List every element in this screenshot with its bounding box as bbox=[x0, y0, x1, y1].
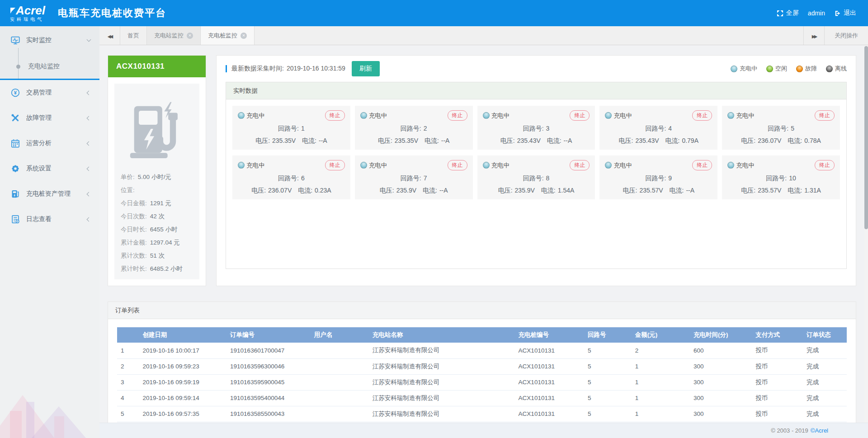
close-operations-button[interactable]: 关闭操作 bbox=[824, 26, 868, 45]
stop-charging-button[interactable]: 终止 bbox=[692, 110, 712, 121]
sidebar-item-realtime-monitor[interactable]: 实时监控 bbox=[0, 26, 99, 54]
footer-bar: © 2003 - 2019 ©Acrel bbox=[99, 423, 868, 438]
table-row[interactable]: 5 2019-10-16 09:57:35 1910163585500043 江… bbox=[117, 406, 847, 422]
chevron-left-icon bbox=[87, 116, 91, 120]
voltage-current-line: 电压:235.43V 电流:0.79A bbox=[605, 137, 712, 145]
stop-charging-button[interactable]: 终止 bbox=[692, 160, 712, 170]
circuit-card: 充电中 终止 回路号:9 电压:235.57V 电流:--A bbox=[599, 155, 717, 199]
calendar-icon bbox=[11, 139, 20, 148]
stop-charging-button[interactable]: 终止 bbox=[570, 110, 590, 121]
top-header-bar: Acrel 安科瑞电气 电瓶车充电桩收费平台 全屏 admin 退出 bbox=[0, 0, 868, 26]
user-menu[interactable]: admin bbox=[808, 9, 825, 17]
table-row[interactable]: 3 2019-10-16 09:59:19 1910163595900045 江… bbox=[117, 374, 847, 390]
tab-station-monitor[interactable]: 充电站监控 bbox=[147, 26, 201, 45]
close-tab-icon[interactable] bbox=[187, 33, 193, 39]
vertical-scrollbar[interactable] bbox=[864, 45, 868, 423]
circuit-card: 充电中 终止 回路号:1 电压:235.35V 电流:--A bbox=[232, 106, 350, 150]
chevron-left-icon bbox=[87, 166, 91, 171]
sidebar-section-realtime: 实时监控 充电站监控 bbox=[0, 26, 99, 80]
orders-table: 创建日期订单编号用户名充电站名称充电桩编号回路号金额(元)充电时间(分)支付方式… bbox=[117, 327, 847, 422]
legend-item: 离线 bbox=[826, 65, 847, 73]
monitor-icon bbox=[11, 36, 20, 45]
table-row[interactable]: 4 2019-10-16 09:59:14 1910163595400044 江… bbox=[117, 390, 847, 406]
orders-rows: 1 2019-10-16 10:00:17 1910163601700047 江… bbox=[117, 343, 847, 422]
column-header: 充电时间(分) bbox=[690, 327, 752, 343]
pile-stat-row: 今日次数:42 次 bbox=[121, 210, 193, 223]
double-left-arrow-icon bbox=[108, 32, 112, 40]
svg-text:¥: ¥ bbox=[14, 90, 17, 95]
circuit-number-line: 回路号:2 bbox=[360, 125, 467, 133]
circuit-status-label: 充电中 bbox=[736, 161, 755, 170]
stop-charging-button[interactable]: 终止 bbox=[570, 160, 590, 170]
tools-icon bbox=[11, 113, 20, 122]
circuit-status-label: 充电中 bbox=[246, 161, 265, 170]
sidebar-item-settings[interactable]: 系统设置 bbox=[0, 156, 99, 181]
charging-status-sphere-icon bbox=[360, 112, 367, 119]
voltage-current-line: 电压:235.9V 电流:--A bbox=[360, 187, 467, 195]
sidebar-item-transactions[interactable]: ¥ 交易管理 bbox=[0, 80, 99, 105]
voltage-current-line: 电压:235.57V 电流:1.31A bbox=[727, 187, 835, 195]
fullscreen-button[interactable]: 全屏 bbox=[777, 9, 799, 17]
charging-status-sphere-icon bbox=[238, 162, 245, 169]
pile-info-panel: ACX1010131 bbox=[108, 55, 206, 286]
status-sphere-icon bbox=[731, 66, 737, 72]
pile-stat-row: 累计金额:1297.04 元 bbox=[121, 236, 193, 249]
stop-charging-button[interactable]: 终止 bbox=[325, 110, 345, 121]
circuit-status-label: 充电中 bbox=[736, 112, 755, 120]
circuit-status-label: 充电中 bbox=[246, 112, 265, 120]
pile-stat-row: 位置: bbox=[121, 184, 193, 197]
sidebar-nav: 实时监控 充电站监控 ¥ 交易管理 故障管理 bbox=[0, 26, 99, 438]
tabs-scroll-right-button[interactable] bbox=[803, 26, 824, 45]
circuit-status-label: 充电中 bbox=[613, 161, 632, 170]
tab-pile-monitor[interactable]: 充电桩监控 bbox=[201, 26, 255, 45]
charging-status-sphere-icon bbox=[605, 112, 612, 119]
stop-charging-button[interactable]: 终止 bbox=[815, 110, 835, 121]
sidebar-item-analytics[interactable]: 运营分析 bbox=[0, 131, 99, 156]
charging-status-sphere-icon bbox=[727, 112, 734, 119]
stop-charging-button[interactable]: 终止 bbox=[448, 160, 467, 170]
charging-status-sphere-icon bbox=[483, 112, 490, 119]
charging-status-sphere-icon bbox=[238, 112, 245, 119]
circuit-card: 充电中 终止 回路号:10 电压:235.57V 电流:1.31A bbox=[722, 155, 840, 199]
tabs-scroll-left-button[interactable] bbox=[99, 26, 120, 45]
circuit-status-label: 充电中 bbox=[369, 161, 387, 170]
app-window: Acrel 安科瑞电气 电瓶车充电桩收费平台 全屏 admin 退出 bbox=[0, 0, 868, 438]
close-tab-icon[interactable] bbox=[241, 33, 247, 39]
column-header: 金额(元) bbox=[632, 327, 690, 343]
blue-accent-bar bbox=[226, 65, 227, 72]
status-sphere-icon bbox=[826, 66, 833, 72]
table-row[interactable]: 2 2019-10-16 09:59:23 1910163596300046 江… bbox=[117, 358, 847, 374]
fullscreen-icon bbox=[777, 10, 783, 17]
double-right-arrow-icon bbox=[812, 32, 816, 40]
logout-icon bbox=[834, 10, 841, 17]
sidebar-item-station-monitor[interactable]: 充电站监控 bbox=[0, 54, 99, 79]
scrollbar-thumb[interactable] bbox=[864, 46, 868, 229]
chevron-left-icon bbox=[87, 141, 91, 146]
circuit-card: 充电中 终止 回路号:3 电压:235.43V 电流:--A bbox=[477, 106, 595, 150]
orders-header-row: 创建日期订单编号用户名充电站名称充电桩编号回路号金额(元)充电时间(分)支付方式… bbox=[117, 327, 847, 343]
status-legend: 充电中 空闲 故障 离线 bbox=[731, 65, 847, 73]
voltage-current-line: 电压:235.35V 电流:--A bbox=[360, 137, 467, 145]
tab-home[interactable]: 首页 bbox=[120, 26, 147, 45]
brand-link[interactable]: ©Acrel bbox=[811, 427, 828, 434]
stop-charging-button[interactable]: 终止 bbox=[448, 110, 467, 121]
charging-pile-icon bbox=[11, 189, 20, 198]
logo-flag-icon bbox=[10, 7, 16, 14]
logout-button[interactable]: 退出 bbox=[834, 9, 856, 17]
circuit-card: 充电中 终止 回路号:5 电压:236.07V 电流:0.78A bbox=[722, 106, 840, 150]
voltage-current-line: 电压:236.07V 电流:0.23A bbox=[238, 187, 345, 195]
table-row[interactable]: 1 2019-10-16 10:00:17 1910163601700047 江… bbox=[117, 343, 847, 358]
stop-charging-button[interactable]: 终止 bbox=[325, 160, 345, 170]
sidebar-item-logs[interactable]: 日志查看 bbox=[0, 207, 99, 232]
circuit-number-line: 回路号:7 bbox=[360, 174, 467, 183]
sidebar-item-pile-assets[interactable]: 充电桩资产管理 bbox=[0, 181, 99, 207]
column-header: 支付方式 bbox=[752, 327, 803, 343]
refresh-button[interactable]: 刷新 bbox=[352, 61, 380, 76]
stop-charging-button[interactable]: 终止 bbox=[815, 160, 835, 170]
pile-stat-row: 累计次数:51 次 bbox=[121, 249, 193, 262]
decorative-skyline bbox=[0, 375, 99, 438]
circuit-status-label: 充电中 bbox=[491, 112, 510, 120]
tree-line bbox=[18, 48, 19, 79]
circuit-cards: 充电中 终止 回路号:1 电压:235.35V 电流:--A bbox=[226, 99, 846, 206]
sidebar-item-faults[interactable]: 故障管理 bbox=[0, 105, 99, 131]
